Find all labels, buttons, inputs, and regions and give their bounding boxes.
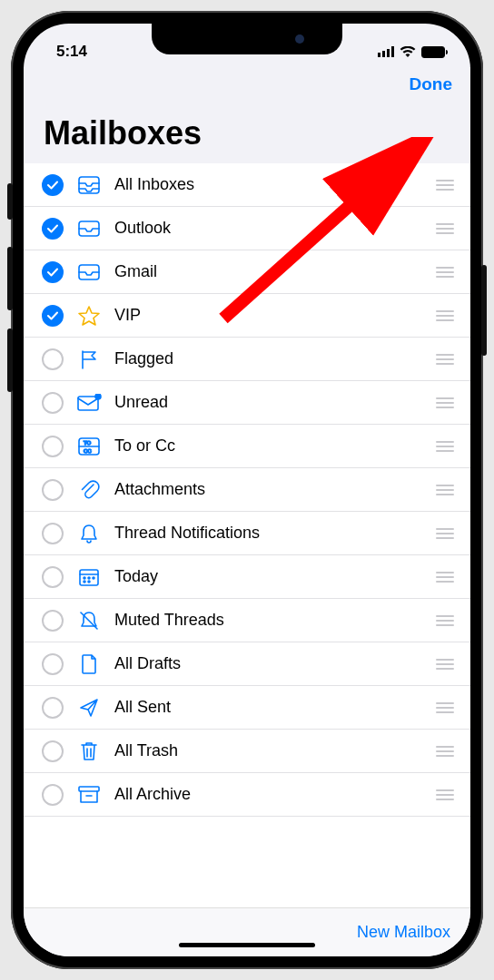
- svg-point-12: [88, 577, 90, 579]
- tray-stack-icon: [76, 172, 102, 198]
- tocc-icon: TOCC: [76, 434, 102, 459]
- mailbox-row-today[interactable]: Today: [24, 555, 470, 599]
- mailbox-label: Outlook: [114, 219, 427, 238]
- mailbox-row-all-sent[interactable]: All Sent: [24, 686, 470, 730]
- mailbox-row-gmail[interactable]: Gmail: [24, 250, 470, 294]
- mailbox-label: Unread: [114, 393, 427, 412]
- svg-rect-3: [78, 397, 98, 410]
- toolbar: New Mailbox: [24, 907, 470, 956]
- checkbox-all-archive[interactable]: [42, 784, 64, 806]
- front-camera: [295, 34, 304, 44]
- checkbox-outlook[interactable]: [42, 218, 64, 240]
- cellular-signal-icon: [378, 46, 394, 57]
- mailbox-row-flagged[interactable]: Flagged: [24, 338, 470, 381]
- mailbox-row-thread-notifications[interactable]: Thread Notifications: [24, 512, 470, 555]
- reorder-handle[interactable]: [427, 512, 463, 554]
- page-title: Mailboxes: [24, 94, 470, 163]
- nav-bar: Done: [24, 67, 470, 94]
- checkbox-today[interactable]: [42, 566, 64, 588]
- checkbox-all-inboxes[interactable]: [42, 174, 64, 196]
- wifi-icon: [400, 46, 416, 58]
- notch: [152, 24, 342, 54]
- svg-text:TO: TO: [84, 440, 92, 446]
- mailbox-label: Thread Notifications: [114, 524, 427, 543]
- checkbox-to-or-cc[interactable]: [42, 436, 64, 457]
- bell-icon: [76, 521, 102, 546]
- battery-icon: [421, 46, 445, 58]
- checkbox-unread[interactable]: [42, 392, 64, 414]
- home-indicator[interactable]: [179, 943, 315, 947]
- screen: 5:14 Done Mailboxes All InboxesOutlookGm…: [24, 24, 470, 956]
- mailbox-label: All Archive: [114, 785, 427, 804]
- mailbox-row-vip[interactable]: VIP: [24, 294, 470, 338]
- phone-frame: 5:14 Done Mailboxes All InboxesOutlookGm…: [11, 11, 483, 969]
- mute-switch: [7, 183, 13, 220]
- reorder-handle[interactable]: [427, 599, 463, 642]
- mailbox-label: Attachments: [114, 480, 427, 499]
- volume-down-button: [7, 328, 13, 392]
- checkbox-attachments[interactable]: [42, 479, 64, 501]
- checkbox-all-trash[interactable]: [42, 740, 64, 762]
- star-icon: [76, 303, 102, 328]
- checkbox-all-sent[interactable]: [42, 697, 64, 719]
- reorder-handle[interactable]: [427, 686, 463, 729]
- mailbox-list: All InboxesOutlookGmailVIPFlaggedUnreadT…: [24, 163, 470, 907]
- reorder-handle[interactable]: [427, 381, 463, 424]
- tray-icon: [76, 216, 102, 241]
- mailbox-label: To or Cc: [114, 436, 427, 456]
- calendar-icon: [76, 564, 102, 590]
- bell-slash-icon: [76, 608, 102, 633]
- mailbox-row-all-archive[interactable]: All Archive: [24, 773, 470, 817]
- reorder-handle[interactable]: [427, 730, 463, 772]
- mailbox-row-all-trash[interactable]: All Trash: [24, 730, 470, 773]
- trash-icon: [76, 739, 102, 764]
- reorder-handle[interactable]: [427, 294, 463, 337]
- svg-point-13: [93, 577, 94, 579]
- reorder-handle[interactable]: [427, 338, 463, 380]
- mailbox-label: All Trash: [114, 741, 427, 760]
- mailbox-row-unread[interactable]: Unread: [24, 381, 470, 425]
- reorder-handle[interactable]: [427, 163, 463, 206]
- svg-text:CC: CC: [84, 448, 92, 454]
- checkbox-vip[interactable]: [42, 305, 64, 327]
- checkbox-thread-notifications[interactable]: [42, 523, 64, 544]
- reorder-handle[interactable]: [427, 425, 463, 467]
- doc-icon: [76, 652, 102, 677]
- mailbox-label: All Sent: [114, 698, 427, 717]
- svg-point-11: [84, 577, 85, 579]
- mailbox-label: All Inboxes: [114, 175, 427, 194]
- svg-point-4: [95, 394, 101, 399]
- mailbox-row-all-drafts[interactable]: All Drafts: [24, 642, 470, 686]
- checkbox-gmail[interactable]: [42, 261, 64, 283]
- mailbox-label: All Drafts: [114, 654, 427, 673]
- reorder-handle[interactable]: [427, 555, 463, 598]
- reorder-handle[interactable]: [427, 250, 463, 293]
- checkbox-flagged[interactable]: [42, 348, 64, 370]
- mailbox-row-muted-threads[interactable]: Muted Threads: [24, 599, 470, 642]
- checkbox-all-drafts[interactable]: [42, 653, 64, 675]
- paperclip-icon: [76, 477, 102, 503]
- tray-icon: [76, 260, 102, 285]
- new-mailbox-button[interactable]: New Mailbox: [357, 923, 450, 942]
- svg-point-14: [84, 581, 85, 583]
- mailbox-row-to-or-cc[interactable]: TOCCTo or Cc: [24, 425, 470, 468]
- svg-point-15: [88, 581, 90, 583]
- mailbox-row-attachments[interactable]: Attachments: [24, 468, 470, 512]
- mailbox-label: VIP: [114, 306, 427, 325]
- reorder-handle[interactable]: [427, 773, 463, 816]
- done-button[interactable]: Done: [410, 74, 453, 94]
- mailbox-row-outlook[interactable]: Outlook: [24, 207, 470, 250]
- status-indicators: [378, 46, 445, 58]
- checkbox-muted-threads[interactable]: [42, 610, 64, 632]
- mailbox-row-all-inboxes[interactable]: All Inboxes: [24, 163, 470, 207]
- paperplane-icon: [76, 695, 102, 720]
- svg-rect-17: [79, 787, 99, 791]
- side-button: [481, 265, 487, 356]
- reorder-handle[interactable]: [427, 642, 463, 685]
- volume-up-button: [7, 247, 13, 310]
- mailbox-label: Muted Threads: [114, 611, 427, 630]
- status-time: 5:14: [56, 43, 87, 61]
- reorder-handle[interactable]: [427, 468, 463, 511]
- mailbox-label: Flagged: [114, 349, 427, 368]
- reorder-handle[interactable]: [427, 207, 463, 250]
